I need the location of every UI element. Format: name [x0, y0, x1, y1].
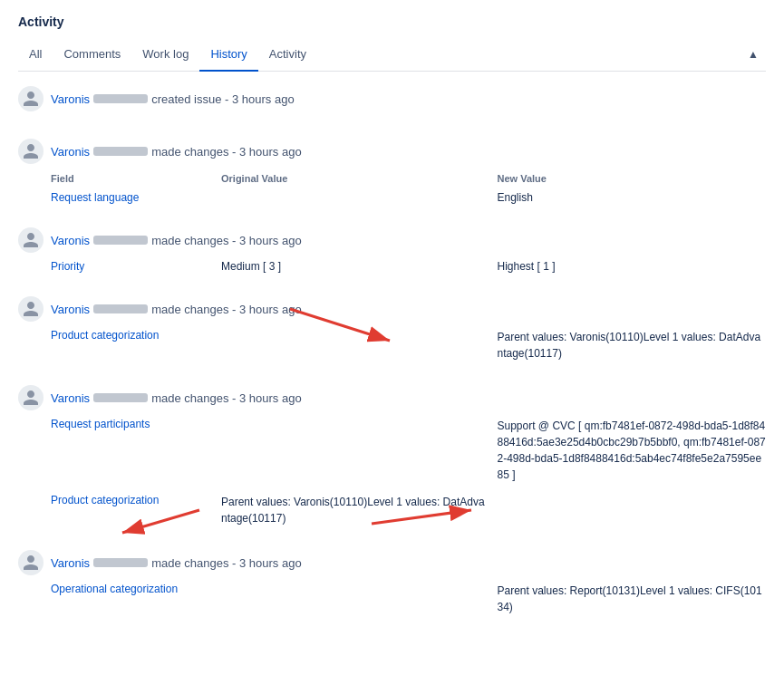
entry-action: made changes - 3 hours ago [151, 234, 302, 247]
user-name: Varonis [51, 303, 90, 316]
table-row: Priority Medium [ 3 ] Highest [ 1 ] [51, 258, 766, 275]
user-name: Varonis [51, 391, 90, 405]
user-redacted [93, 147, 148, 156]
activity-entry: Varonis made changes - 3 hours ago Prior… [18, 227, 766, 282]
user-name: Varonis [51, 234, 90, 247]
changes-table: Request participants Support @ CVC [ qm:… [51, 416, 766, 485]
tab-history[interactable]: History [199, 38, 257, 72]
entry-action: made changes - 3 hours ago [151, 145, 302, 159]
entry-action: made changes - 3 hours ago [151, 303, 302, 316]
tab-comments[interactable]: Comments [53, 38, 131, 72]
entry-meta: Varonis made changes - 3 hours ago [51, 145, 302, 159]
field-new-value: Parent values: Report(10131)Level 1 valu… [498, 583, 767, 615]
entry-header: Varonis created issue - 3 hours ago [18, 86, 766, 111]
user-redacted [93, 558, 148, 567]
table-row: Request participants Support @ CVC [ qm:… [51, 416, 766, 485]
field-new-value: Highest [ 1 ] [498, 260, 767, 273]
avatar [18, 227, 44, 253]
field-original-value: Medium [ 3 ] [221, 260, 490, 273]
field-new-value: English [498, 191, 767, 204]
field-original-value: Parent values: Varonis(10110)Level 1 val… [221, 494, 490, 526]
changes-table-product: Product categorization Parent values: Va… [51, 492, 766, 528]
entry-meta: Varonis created issue - 3 hours ago [51, 92, 295, 106]
avatar [18, 86, 44, 111]
col-new: New Value [498, 173, 767, 184]
tab-all[interactable]: All [18, 38, 53, 72]
changes-table: Field Original Value New Value Request l… [51, 169, 766, 206]
chevron-up-icon[interactable]: ▲ [740, 41, 766, 68]
section-title: Activity [18, 14, 766, 29]
tab-activity[interactable]: Activity [258, 38, 317, 72]
table-row: Request language English [51, 189, 766, 206]
user-redacted [93, 94, 148, 103]
user-redacted [93, 236, 148, 245]
field-name: Request participants [51, 418, 214, 430]
avatar [18, 296, 44, 322]
entry-meta: Varonis made changes - 3 hours ago [51, 556, 302, 570]
table-row: Product categorization Parent values: Va… [51, 492, 766, 528]
entry-action: made changes - 3 hours ago [151, 556, 302, 570]
table-row: Operational categorization Parent values… [51, 581, 766, 617]
avatar [18, 139, 44, 164]
user-name: Varonis [51, 145, 90, 159]
entry-meta: Varonis made changes - 3 hours ago [51, 303, 302, 316]
activity-entry: Varonis made changes - 3 hours ago Opera… [18, 550, 766, 624]
tabs-bar: All Comments Work log History Activity ▲ [18, 38, 766, 72]
user-name: Varonis [51, 556, 90, 570]
user-redacted [93, 393, 148, 402]
entry-meta: Varonis made changes - 3 hours ago [51, 391, 302, 405]
avatar [18, 385, 44, 410]
table-row: Product categorization Parent values: Va… [51, 327, 766, 363]
entry-action: made changes - 3 hours ago [151, 391, 302, 405]
entry-meta: Varonis made changes - 3 hours ago [51, 234, 302, 247]
field-new-value: Support @ CVC [ qm:fb7481ef-0872-498d-bd… [498, 418, 767, 483]
activity-entry: Varonis made changes - 3 hours ago Field… [18, 139, 766, 213]
tab-worklog[interactable]: Work log [131, 38, 199, 72]
field-name: Request language [51, 191, 214, 204]
avatar [18, 550, 44, 575]
col-field: Field [51, 173, 214, 184]
changes-header: Field Original Value New Value [51, 169, 766, 188]
entry-header: Varonis made changes - 3 hours ago [18, 550, 766, 575]
user-name: Varonis [51, 92, 90, 106]
col-original: Original Value [221, 173, 490, 184]
activity-entry: Varonis made changes - 3 hours ago Produ… [18, 296, 766, 371]
entry-header: Varonis made changes - 3 hours ago [18, 139, 766, 164]
entry-header: Varonis made changes - 3 hours ago [18, 296, 766, 322]
field-name: Operational categorization [51, 583, 214, 595]
user-redacted [93, 304, 148, 313]
changes-table: Priority Medium [ 3 ] Highest [ 1 ] [51, 258, 766, 275]
entry-header: Varonis made changes - 3 hours ago [18, 385, 766, 410]
field-new-value: Parent values: Varonis(10110)Level 1 val… [498, 329, 767, 362]
entry-action: created issue - 3 hours ago [151, 92, 295, 106]
field-name: Product categorization [51, 329, 214, 342]
changes-table: Product categorization Parent values: Va… [51, 327, 766, 363]
activity-entry: Varonis created issue - 3 hours ago [18, 86, 766, 124]
field-name: Priority [51, 260, 214, 273]
changes-table: Operational categorization Parent values… [51, 581, 766, 617]
entry-header: Varonis made changes - 3 hours ago [18, 227, 766, 253]
field-name: Product categorization [51, 494, 214, 506]
activity-entry: Varonis made changes - 3 hours ago Reque… [18, 385, 766, 535]
